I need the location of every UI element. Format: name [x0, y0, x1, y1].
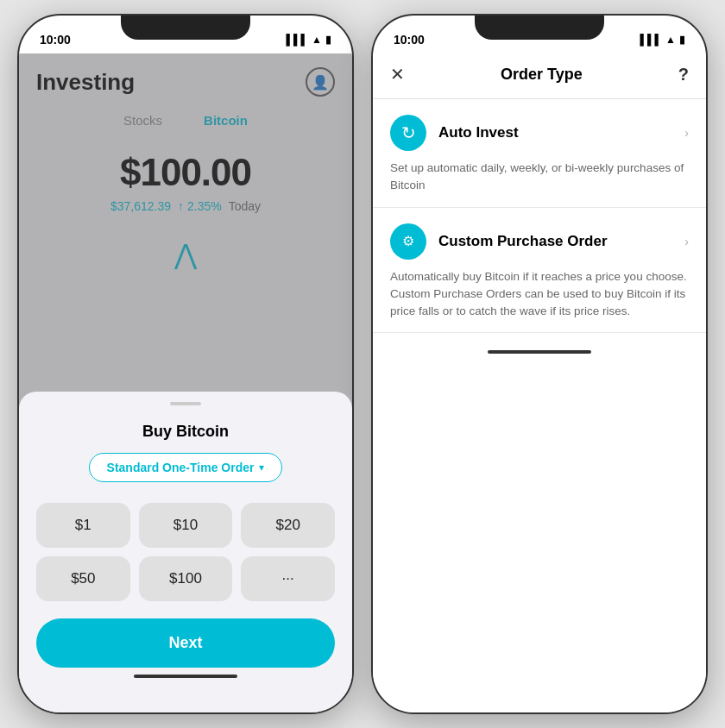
amount-50[interactable]: $50 [36, 556, 130, 601]
auto-invest-icon: ↻ [390, 115, 426, 151]
amount-1[interactable]: $1 [36, 503, 130, 548]
amount-10[interactable]: $10 [139, 503, 233, 548]
signal-icon: ▌▌▌ [287, 34, 309, 46]
home-indicator-right [488, 350, 591, 354]
custom-order-description: Automatically buy Bitcoin if it reaches … [390, 268, 689, 321]
header-title: Order Type [501, 66, 583, 84]
custom-order-name: Custom Purchase Order [438, 233, 608, 250]
amount-100[interactable]: $100 [139, 556, 233, 601]
custom-order-chevron: › [684, 235, 689, 248]
sheet-handle [170, 402, 201, 405]
status-icons-right: ▌▌▌ ▲ ▮ [640, 34, 685, 46]
order-type-button[interactable]: Standard One-Time Order ▾ [89, 453, 283, 482]
custom-order-row: ⚙ Custom Purchase Order › [390, 223, 689, 260]
wifi-icon: ▲ [312, 34, 322, 46]
phone-notch-right [475, 16, 604, 40]
bottom-sheet: Buy Bitcoin Standard One-Time Order ▾ $1… [19, 392, 352, 712]
next-button[interactable]: Next [36, 618, 335, 668]
auto-invest-name: Auto Invest [438, 124, 519, 141]
amount-more[interactable]: ··· [241, 556, 335, 601]
help-button[interactable]: ? [678, 65, 689, 85]
chevron-down-icon: ▾ [259, 461, 264, 474]
order-type-label: Standard One-Time Order [107, 461, 255, 474]
time-right: 10:00 [394, 33, 425, 47]
time-left: 10:00 [40, 33, 71, 47]
order-type-header: ✕ Order Type ? [373, 53, 706, 99]
status-icons-left: ▌▌▌ ▲ ▮ [287, 34, 331, 46]
wifi-icon-r: ▲ [665, 34, 676, 46]
amount-grid: $1 $10 $20 $50 $100 ··· [36, 503, 335, 601]
auto-invest-row: ↻ Auto Invest › [390, 115, 689, 151]
custom-order-icon: ⚙ [390, 223, 426, 260]
battery-icon-r: ▮ [679, 34, 685, 46]
home-indicator-left [134, 675, 237, 678]
left-phone: 10:00 ▌▌▌ ▲ ▮ Investing 👤 Stocks Bitcoin… [17, 14, 354, 714]
sheet-title: Buy Bitcoin [36, 423, 335, 441]
amount-20[interactable]: $20 [241, 503, 335, 548]
left-phone-content: Investing 👤 Stocks Bitcoin $100.00 $37,6… [19, 53, 352, 712]
signal-icon-r: ▌▌▌ [640, 34, 663, 46]
auto-invest-chevron: › [684, 126, 689, 140]
auto-invest-description: Set up automatic daily, weekly, or bi-we… [390, 160, 689, 195]
custom-order-left: ⚙ Custom Purchase Order [390, 223, 608, 260]
close-button[interactable]: ✕ [390, 64, 405, 85]
battery-icon: ▮ [325, 34, 331, 46]
right-phone-content: ✕ Order Type ? ↻ Auto Invest › Set up au… [373, 53, 706, 712]
auto-invest-left: ↻ Auto Invest [390, 115, 519, 151]
right-phone: 10:00 ▌▌▌ ▲ ▮ ✕ Order Type ? ↻ Auto Inve… [371, 14, 708, 714]
phone-notch [121, 16, 250, 40]
auto-invest-option[interactable]: ↻ Auto Invest › Set up automatic daily, … [373, 99, 706, 208]
custom-order-option[interactable]: ⚙ Custom Purchase Order › Automatically … [373, 208, 706, 334]
